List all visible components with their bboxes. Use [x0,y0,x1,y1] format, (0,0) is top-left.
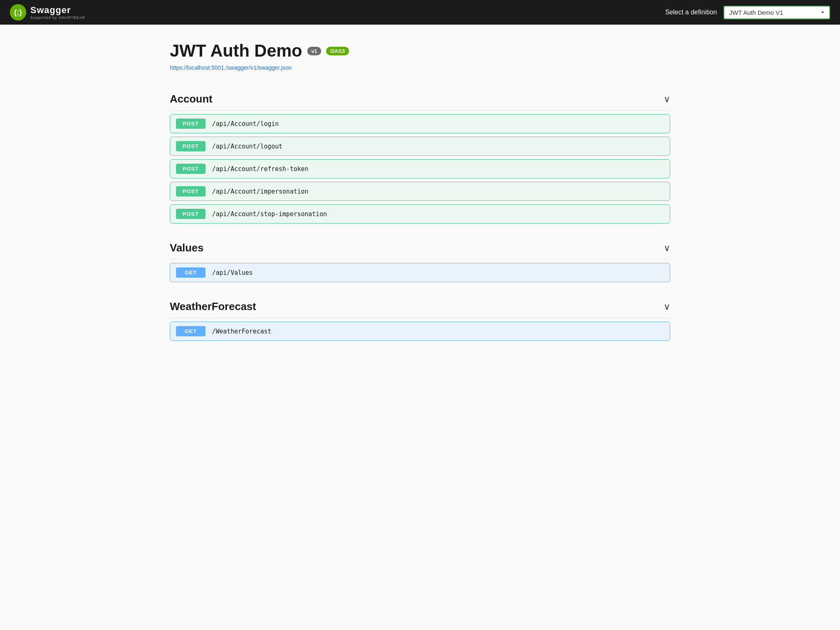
method-badge-post: POST [176,164,205,174]
app-header: {;} Swagger Supported by SMARTBEAR Selec… [0,0,840,25]
method-badge-get: GET [176,326,205,336]
section-title-weatherforecast: WeatherForecast [170,300,256,313]
endpoint-row[interactable]: POST/api/Account/login [170,114,670,133]
endpoint-path: /api/Account/refresh-token [212,165,308,173]
chevron-down-icon-values: ∨ [664,243,670,253]
section-header-weatherforecast[interactable]: WeatherForecast∨ [170,295,670,318]
endpoint-path: /api/Account/logout [212,143,283,150]
swagger-logo-icon: {;} [10,4,26,21]
main-content: JWT Auth Demo v1 OAS3 https://localhost:… [162,25,678,370]
method-badge-post: POST [176,186,205,196]
sections-container: Account∨POST/api/Account/loginPOST/api/A… [170,88,670,341]
api-title-row: JWT Auth Demo v1 OAS3 [170,41,670,61]
section-values: Values∨GET/api/Values [170,237,670,282]
brand-sub: Supported by SMARTBEAR [30,16,85,20]
endpoint-row[interactable]: POST/api/Account/stop-impersonation [170,204,670,224]
method-badge-post: POST [176,141,205,151]
badge-v1: v1 [307,47,321,55]
chevron-down-icon-weatherforecast: ∨ [664,301,670,312]
endpoint-row[interactable]: POST/api/Account/refresh-token [170,159,670,178]
api-title: JWT Auth Demo [170,41,302,61]
endpoint-row[interactable]: GET/WeatherForecast [170,322,670,341]
endpoint-path: /WeatherForecast [212,328,272,335]
section-weatherforecast: WeatherForecast∨GET/WeatherForecast [170,295,670,341]
select-definition-label: Select a definition [665,9,717,16]
brand-name: Swagger [30,5,85,16]
endpoint-path: /api/Account/stop-impersonation [212,210,327,218]
header-controls: Select a definition JWT Auth Demo V1 [665,6,830,19]
header-brand: {;} Swagger Supported by SMARTBEAR [10,4,85,21]
api-title-section: JWT Auth Demo v1 OAS3 https://localhost:… [170,41,670,71]
api-url-link[interactable]: https://localhost:5001./swagger/v1/swagg… [170,64,292,71]
section-title-values: Values [170,242,203,254]
method-badge-post: POST [176,119,205,129]
endpoint-path: /api/Account/impersonation [212,188,308,195]
method-badge-post: POST [176,209,205,219]
section-title-account: Account [170,93,212,105]
section-account: Account∨POST/api/Account/loginPOST/api/A… [170,88,670,224]
method-badge-get: GET [176,267,205,278]
endpoint-path: /api/Values [212,269,253,276]
endpoint-row[interactable]: POST/api/Account/logout [170,137,670,156]
definition-select[interactable]: JWT Auth Demo V1 [724,6,830,19]
svg-text:{;}: {;} [14,8,22,16]
section-header-values[interactable]: Values∨ [170,237,670,260]
endpoint-row[interactable]: POST/api/Account/impersonation [170,182,670,201]
badge-oas3: OAS3 [326,47,349,55]
section-header-account[interactable]: Account∨ [170,88,670,111]
chevron-down-icon-account: ∨ [664,94,670,105]
endpoint-path: /api/Account/login [212,120,279,128]
endpoint-row[interactable]: GET/api/Values [170,263,670,282]
